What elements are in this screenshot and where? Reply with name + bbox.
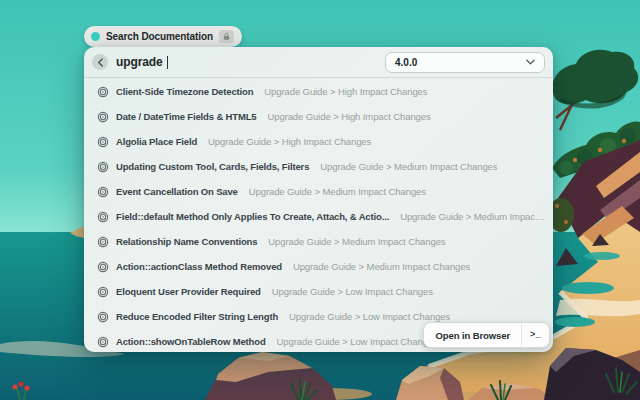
documentation-search-panel: upgrade 4.0.0 Client-Side Timezone Detec… bbox=[84, 47, 553, 352]
result-breadcrumb: Upgrade Guide > High Impact Changes bbox=[268, 111, 431, 122]
result-breadcrumb: Upgrade Guide > Medium Impact Changes bbox=[249, 186, 426, 197]
open-in-browser-button[interactable]: Open in Browser bbox=[424, 323, 521, 347]
spiral-section-icon bbox=[97, 86, 109, 98]
spiral-section-icon bbox=[97, 311, 109, 323]
result-title: Relationship Name Conventions bbox=[116, 236, 257, 247]
search-input[interactable]: upgrade bbox=[116, 55, 168, 69]
result-breadcrumb: Upgrade Guide > High Impact Changes bbox=[264, 86, 427, 97]
result-breadcrumb: Upgrade Guide > Low Impact Changes bbox=[289, 311, 450, 322]
search-result-row[interactable]: Field::default Method Only Applies To Cr… bbox=[84, 204, 553, 229]
terminal-prompt-icon[interactable]: >_ bbox=[522, 323, 549, 347]
spiral-section-icon bbox=[97, 211, 109, 223]
search-results-list: Client-Side Timezone Detection Upgrade G… bbox=[84, 78, 553, 352]
result-title: Action::actionClass Method Removed bbox=[116, 261, 282, 272]
search-documentation-tab[interactable]: Search Documentation bbox=[84, 26, 242, 47]
spiral-section-icon bbox=[97, 236, 109, 248]
spiral-section-icon bbox=[97, 336, 109, 348]
spiral-section-icon bbox=[97, 111, 109, 123]
result-breadcrumb: Upgrade Guide > Medium Impact Changes bbox=[320, 161, 497, 172]
result-title: Updating Custom Tool, Cards, Fields, Fil… bbox=[116, 161, 309, 172]
version-select[interactable]: 4.0.0 bbox=[385, 52, 545, 73]
back-button[interactable] bbox=[92, 54, 108, 70]
spiral-section-icon bbox=[97, 261, 109, 273]
tab-label: Search Documentation bbox=[106, 31, 213, 42]
spiral-section-icon bbox=[97, 186, 109, 198]
search-result-row[interactable]: Client-Side Timezone Detection Upgrade G… bbox=[84, 79, 553, 104]
search-result-row[interactable]: Eloquent User Provider Required Upgrade … bbox=[84, 279, 553, 304]
search-result-row[interactable]: Action::actionClass Method Removed Upgra… bbox=[84, 254, 553, 279]
result-breadcrumb: Upgrade Guide > Low Impact Changes bbox=[277, 336, 438, 347]
result-title: Algolia Place Field bbox=[116, 136, 197, 147]
result-title: Eloquent User Provider Required bbox=[116, 286, 261, 297]
result-title: Date / DateTime Fields & HTML5 bbox=[116, 111, 257, 122]
spiral-section-icon bbox=[97, 161, 109, 173]
spiral-section-icon bbox=[97, 286, 109, 298]
result-title: Reduce Encoded Filter String Length bbox=[116, 311, 278, 322]
text-caret bbox=[167, 56, 169, 69]
status-dot-icon bbox=[91, 32, 100, 41]
search-query-text: upgrade bbox=[116, 55, 163, 69]
result-breadcrumb: Upgrade Guide > Medium Impact Changes bbox=[268, 236, 445, 247]
chevron-left-icon bbox=[97, 58, 104, 67]
search-result-row[interactable]: Updating Custom Tool, Cards, Fields, Fil… bbox=[84, 154, 553, 179]
footer-actions: Open in Browser >_ bbox=[423, 322, 550, 348]
chevron-down-icon bbox=[526, 59, 535, 65]
version-selected-value: 4.0.0 bbox=[395, 57, 417, 68]
result-title: Action::showOnTableRow Method bbox=[116, 336, 266, 347]
result-title: Event Cancellation On Save bbox=[116, 186, 238, 197]
result-breadcrumb: Upgrade Guide > High Impact Changes bbox=[208, 136, 371, 147]
search-result-row[interactable]: Algolia Place Field Upgrade Guide > High… bbox=[84, 129, 553, 154]
search-result-row[interactable]: Date / DateTime Fields & HTML5 Upgrade G… bbox=[84, 104, 553, 129]
result-breadcrumb: Upgrade Guide > Medium Impact Changes bbox=[400, 211, 545, 222]
search-result-row[interactable]: Relationship Name Conventions Upgrade Gu… bbox=[84, 229, 553, 254]
result-title: Client-Side Timezone Detection bbox=[116, 86, 253, 97]
lock-icon bbox=[219, 30, 234, 43]
result-breadcrumb: Upgrade Guide > Medium Impact Changes bbox=[293, 261, 470, 272]
result-title: Field::default Method Only Applies To Cr… bbox=[116, 211, 389, 222]
result-breadcrumb: Upgrade Guide > Low Impact Changes bbox=[272, 286, 433, 297]
search-result-row[interactable]: Event Cancellation On Save Upgrade Guide… bbox=[84, 179, 553, 204]
search-bar: upgrade 4.0.0 bbox=[84, 47, 553, 78]
spiral-section-icon bbox=[97, 136, 109, 148]
